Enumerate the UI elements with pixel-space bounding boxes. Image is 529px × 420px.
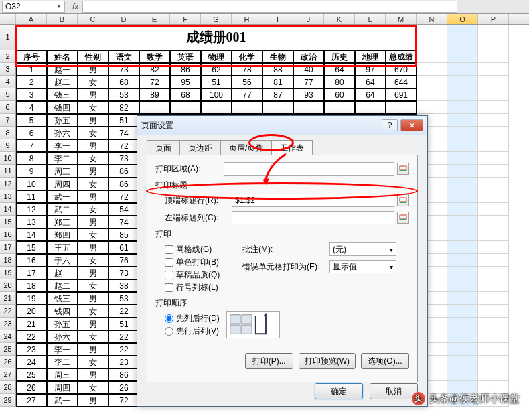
- row-label-2[interactable]: 2: [0, 50, 16, 63]
- cell-r8c0[interactable]: 6: [16, 127, 47, 139]
- cell-r7c2[interactable]: 男: [78, 114, 108, 127]
- cell-r6c11[interactable]: [355, 101, 386, 114]
- cell-r5c12[interactable]: 691: [386, 88, 417, 101]
- cell-O25[interactable]: [447, 343, 478, 356]
- row-label-9[interactable]: 9: [0, 139, 16, 152]
- row-label-28[interactable]: 28: [0, 381, 16, 394]
- cell-r7c0[interactable]: 5: [16, 114, 47, 127]
- cell-r9c3[interactable]: 72: [108, 139, 139, 152]
- cell-r23c1[interactable]: 孙五: [47, 318, 78, 330]
- cell-r11c2[interactable]: 男: [78, 165, 108, 178]
- cell-r3c1[interactable]: 赵一: [47, 63, 78, 76]
- cell-r21c1[interactable]: 钱三: [47, 292, 78, 305]
- row-label-13[interactable]: 13: [0, 190, 16, 203]
- cell-N5[interactable]: [417, 88, 447, 101]
- row-label-23[interactable]: 23: [0, 318, 16, 330]
- col-label-J[interactable]: J: [293, 14, 324, 24]
- cell-r17c0[interactable]: 15: [16, 241, 47, 254]
- cell-r22c3[interactable]: 22: [108, 305, 139, 318]
- cell-N3[interactable]: [417, 63, 447, 76]
- cell-r6c6[interactable]: [201, 101, 232, 114]
- header-4[interactable]: 数学: [139, 50, 170, 63]
- cell-r12c2[interactable]: 女: [78, 178, 108, 190]
- cell-r27c1[interactable]: 周三: [47, 368, 78, 381]
- cell-r4c8[interactable]: 81: [262, 76, 293, 88]
- print-area-range-button[interactable]: [397, 163, 409, 175]
- cell-r28c0[interactable]: 26: [16, 381, 47, 394]
- cell-r8c1[interactable]: 孙六: [47, 127, 78, 139]
- cell-r7c3[interactable]: 51: [108, 114, 139, 127]
- cell-r6c12[interactable]: [386, 101, 417, 114]
- cell-r14c3[interactable]: 54: [108, 203, 139, 216]
- col-label-K[interactable]: K: [324, 14, 355, 24]
- cell-r25c1[interactable]: 李一: [47, 343, 78, 356]
- tab-page[interactable]: 页面: [147, 140, 180, 155]
- cell-r13c2[interactable]: 男: [78, 190, 108, 203]
- col-label-B[interactable]: B: [47, 14, 78, 24]
- cell-r22c1[interactable]: 钱四: [47, 305, 78, 318]
- cell-r6c8[interactable]: [262, 101, 293, 114]
- cell-r26c1[interactable]: 李二: [47, 356, 78, 368]
- cell-O22[interactable]: [447, 305, 478, 318]
- row-label-25[interactable]: 25: [0, 343, 16, 356]
- ok-button[interactable]: 确定: [315, 383, 363, 399]
- row-label-4[interactable]: 4: [0, 76, 16, 88]
- cell-O13[interactable]: [447, 190, 478, 203]
- cell-P4[interactable]: [478, 76, 509, 88]
- cell-r3c6[interactable]: 62: [201, 63, 232, 76]
- col-label-C[interactable]: C: [78, 14, 108, 24]
- col-label-H[interactable]: H: [232, 14, 262, 24]
- cell-O11[interactable]: [447, 165, 478, 178]
- row-label-6[interactable]: 6: [0, 101, 16, 114]
- row-label-1[interactable]: 1: [0, 25, 16, 50]
- cell-r13c3[interactable]: 72: [108, 190, 139, 203]
- cell-O17[interactable]: [447, 241, 478, 254]
- cell-r3c10[interactable]: 64: [324, 63, 355, 76]
- col-label-G[interactable]: G: [201, 14, 232, 24]
- cell-r16c1[interactable]: 郑四: [47, 228, 78, 241]
- col-label-O[interactable]: O: [447, 14, 478, 24]
- cell-r6c0[interactable]: 4: [16, 101, 47, 114]
- cell-r16c3[interactable]: 85: [108, 228, 139, 241]
- cell-r28c2[interactable]: 女: [78, 381, 108, 394]
- cell-N6[interactable]: [417, 101, 447, 114]
- cell-O10[interactable]: [447, 152, 478, 165]
- cell-r4c0[interactable]: 2: [16, 76, 47, 88]
- col-label-M[interactable]: M: [386, 14, 417, 24]
- cell-P13[interactable]: [478, 190, 509, 203]
- cell-r9c2[interactable]: 男: [78, 139, 108, 152]
- cell-r3c5[interactable]: 86: [170, 63, 201, 76]
- cell-O21[interactable]: [447, 292, 478, 305]
- header-12[interactable]: 总成绩: [386, 50, 417, 63]
- cell-r6c2[interactable]: 女: [78, 101, 108, 114]
- row-label-27[interactable]: 27: [0, 368, 16, 381]
- header-1[interactable]: 姓名: [47, 50, 78, 63]
- cell-P9[interactable]: [478, 139, 509, 152]
- row-label-5[interactable]: 5: [0, 88, 16, 101]
- preview-button[interactable]: 打印预览(W): [299, 353, 356, 369]
- cell-P8[interactable]: [478, 127, 509, 139]
- cell-P15[interactable]: [478, 216, 509, 228]
- tab-worksheet[interactable]: 工作表: [271, 140, 313, 155]
- cell-O15[interactable]: [447, 216, 478, 228]
- cell-r3c3[interactable]: 73: [108, 63, 139, 76]
- cell-r26c3[interactable]: 23: [108, 356, 139, 368]
- cell-r4c1[interactable]: 赵二: [47, 76, 78, 88]
- cell-r5c2[interactable]: 男: [78, 88, 108, 101]
- row-label-18[interactable]: 18: [0, 254, 16, 267]
- errors-select[interactable]: 显示值: [329, 260, 396, 273]
- top-rows-input[interactable]: $1:$2: [232, 194, 394, 207]
- cell-N2[interactable]: [417, 50, 447, 63]
- cell-r23c3[interactable]: 51: [108, 318, 139, 330]
- cell-r15c1[interactable]: 郑三: [47, 216, 78, 228]
- row-label-29[interactable]: 29: [0, 394, 16, 407]
- cell-N1[interactable]: [417, 25, 447, 50]
- cell-r5c5[interactable]: 68: [170, 88, 201, 101]
- cell-r9c1[interactable]: 李一: [47, 139, 78, 152]
- header-7[interactable]: 化学: [232, 50, 262, 63]
- cell-N4[interactable]: [417, 76, 447, 88]
- top-rows-range-button[interactable]: [397, 194, 409, 206]
- cell-P24[interactable]: [478, 330, 509, 343]
- header-11[interactable]: 地理: [355, 50, 386, 63]
- header-3[interactable]: 语文: [108, 50, 139, 63]
